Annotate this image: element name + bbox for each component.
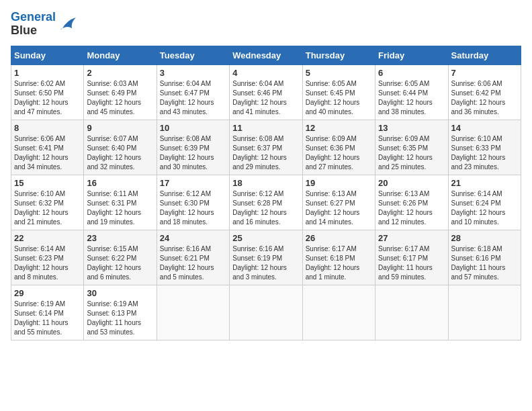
cell-week2-day1: 8Sunrise: 6:06 AM Sunset: 6:41 PM Daylig… [11,120,84,175]
header-friday: Friday [375,46,448,64]
cell-week2-day4: 11Sunrise: 6:08 AM Sunset: 6:37 PM Dayli… [230,120,302,175]
day-info: Sunrise: 6:09 AM Sunset: 6:36 PM Dayligh… [306,134,372,172]
cell-week4-day1: 22Sunrise: 6:14 AM Sunset: 6:23 PM Dayli… [11,230,84,285]
day-number: 1 [14,68,81,78]
week-row-2: 8Sunrise: 6:06 AM Sunset: 6:41 PM Daylig… [11,120,521,175]
day-info: Sunrise: 6:16 AM Sunset: 6:19 PM Dayligh… [232,244,299,282]
cell-week1-day7: 7Sunrise: 6:06 AM Sunset: 6:42 PM Daylig… [448,64,521,120]
cell-week5-day3 [157,285,229,340]
day-info: Sunrise: 6:02 AM Sunset: 6:50 PM Dayligh… [14,79,81,117]
cell-week1-day5: 5Sunrise: 6:05 AM Sunset: 6:45 PM Daylig… [302,64,375,120]
day-number: 27 [378,233,445,243]
header-sunday: Sunday [11,46,84,64]
logo-text: GeneralBlue [11,11,56,38]
cell-week4-day7: 28Sunrise: 6:18 AM Sunset: 6:16 PM Dayli… [448,230,521,285]
cell-week3-day2: 16Sunrise: 6:11 AM Sunset: 6:31 PM Dayli… [84,175,157,230]
calendar-body: 1Sunrise: 6:02 AM Sunset: 6:50 PM Daylig… [11,64,521,340]
cell-week5-day7 [448,285,521,340]
day-number: 15 [14,178,81,188]
cell-week5-day5 [302,285,375,340]
cell-week5-day4 [230,285,302,340]
cell-week5-day1: 29Sunrise: 6:19 AM Sunset: 6:14 PM Dayli… [11,285,84,340]
cell-week2-day6: 13Sunrise: 6:09 AM Sunset: 6:35 PM Dayli… [375,120,448,175]
day-info: Sunrise: 6:19 AM Sunset: 6:14 PM Dayligh… [14,300,81,337]
day-number: 13 [378,123,445,133]
week-row-4: 22Sunrise: 6:14 AM Sunset: 6:23 PM Dayli… [11,230,521,285]
day-info: Sunrise: 6:12 AM Sunset: 6:30 PM Dayligh… [160,189,226,227]
day-info: Sunrise: 6:10 AM Sunset: 6:32 PM Dayligh… [14,189,81,227]
calendar-table: Sunday Monday Tuesday Wednesday Thursday… [11,46,521,340]
cell-week3-day1: 15Sunrise: 6:10 AM Sunset: 6:32 PM Dayli… [11,175,84,230]
day-info: Sunrise: 6:17 AM Sunset: 6:18 PM Dayligh… [306,244,372,282]
day-number: 8 [14,123,81,133]
day-info: Sunrise: 6:15 AM Sunset: 6:22 PM Dayligh… [87,244,153,282]
day-number: 28 [451,233,518,243]
cell-week4-day4: 25Sunrise: 6:16 AM Sunset: 6:19 PM Dayli… [230,230,302,285]
day-number: 22 [14,233,81,243]
cell-week2-day7: 14Sunrise: 6:10 AM Sunset: 6:33 PM Dayli… [448,120,521,175]
day-info: Sunrise: 6:11 AM Sunset: 6:31 PM Dayligh… [87,189,153,227]
day-number: 30 [87,288,153,298]
cell-week5-day2: 30Sunrise: 6:19 AM Sunset: 6:13 PM Dayli… [84,285,157,340]
day-info: Sunrise: 6:06 AM Sunset: 6:42 PM Dayligh… [451,79,518,117]
day-number: 26 [306,233,372,243]
day-info: Sunrise: 6:03 AM Sunset: 6:49 PM Dayligh… [87,79,153,117]
day-info: Sunrise: 6:12 AM Sunset: 6:28 PM Dayligh… [232,189,299,227]
day-info: Sunrise: 6:04 AM Sunset: 6:47 PM Dayligh… [160,79,226,117]
logo: GeneralBlue [11,11,77,38]
cell-week1-day1: 1Sunrise: 6:02 AM Sunset: 6:50 PM Daylig… [11,64,84,120]
day-number: 2 [87,68,153,78]
day-number: 25 [232,233,299,243]
cell-week3-day7: 21Sunrise: 6:14 AM Sunset: 6:24 PM Dayli… [448,175,521,230]
header-saturday: Saturday [448,46,521,64]
cell-week1-day6: 6Sunrise: 6:05 AM Sunset: 6:44 PM Daylig… [375,64,448,120]
day-info: Sunrise: 6:05 AM Sunset: 6:44 PM Dayligh… [378,79,445,117]
cell-week4-day5: 26Sunrise: 6:17 AM Sunset: 6:18 PM Dayli… [302,230,375,285]
day-number: 5 [306,68,372,78]
header-monday: Monday [84,46,157,64]
day-info: Sunrise: 6:18 AM Sunset: 6:16 PM Dayligh… [451,244,518,282]
cell-week3-day3: 17Sunrise: 6:12 AM Sunset: 6:30 PM Dayli… [157,175,229,230]
cell-week5-day6 [375,285,448,340]
cell-week4-day2: 23Sunrise: 6:15 AM Sunset: 6:22 PM Dayli… [84,230,157,285]
day-info: Sunrise: 6:10 AM Sunset: 6:33 PM Dayligh… [451,134,518,172]
logo-bird-icon [57,15,77,34]
day-info: Sunrise: 6:14 AM Sunset: 6:23 PM Dayligh… [14,244,81,282]
day-info: Sunrise: 6:08 AM Sunset: 6:37 PM Dayligh… [232,134,299,172]
cell-week4-day6: 27Sunrise: 6:17 AM Sunset: 6:17 PM Dayli… [375,230,448,285]
header-tuesday: Tuesday [157,46,229,64]
week-row-3: 15Sunrise: 6:10 AM Sunset: 6:32 PM Dayli… [11,175,521,230]
day-number: 16 [87,178,153,188]
header-thursday: Thursday [302,46,375,64]
days-header-row: Sunday Monday Tuesday Wednesday Thursday… [11,46,521,64]
day-info: Sunrise: 6:08 AM Sunset: 6:39 PM Dayligh… [160,134,226,172]
day-info: Sunrise: 6:17 AM Sunset: 6:17 PM Dayligh… [378,244,445,282]
day-info: Sunrise: 6:04 AM Sunset: 6:46 PM Dayligh… [232,79,299,117]
week-row-1: 1Sunrise: 6:02 AM Sunset: 6:50 PM Daylig… [11,64,521,120]
cell-week2-day3: 10Sunrise: 6:08 AM Sunset: 6:39 PM Dayli… [157,120,229,175]
day-number: 19 [306,178,372,188]
cell-week3-day4: 18Sunrise: 6:12 AM Sunset: 6:28 PM Dayli… [230,175,302,230]
cell-week1-day2: 2Sunrise: 6:03 AM Sunset: 6:49 PM Daylig… [84,64,157,120]
day-number: 20 [378,178,445,188]
cell-week3-day5: 19Sunrise: 6:13 AM Sunset: 6:27 PM Dayli… [302,175,375,230]
day-info: Sunrise: 6:13 AM Sunset: 6:27 PM Dayligh… [306,189,372,227]
day-info: Sunrise: 6:13 AM Sunset: 6:26 PM Dayligh… [378,189,445,227]
day-number: 6 [378,68,445,78]
cell-week3-day6: 20Sunrise: 6:13 AM Sunset: 6:26 PM Dayli… [375,175,448,230]
day-number: 12 [306,123,372,133]
day-number: 24 [160,233,226,243]
day-info: Sunrise: 6:09 AM Sunset: 6:35 PM Dayligh… [378,134,445,172]
day-number: 4 [232,68,299,78]
day-info: Sunrise: 6:14 AM Sunset: 6:24 PM Dayligh… [451,189,518,227]
day-number: 10 [160,123,226,133]
day-number: 23 [87,233,153,243]
day-info: Sunrise: 6:07 AM Sunset: 6:40 PM Dayligh… [87,134,153,172]
day-number: 17 [160,178,226,188]
cell-week4-day3: 24Sunrise: 6:16 AM Sunset: 6:21 PM Dayli… [157,230,229,285]
day-number: 14 [451,123,518,133]
day-info: Sunrise: 6:06 AM Sunset: 6:41 PM Dayligh… [14,134,81,172]
day-number: 21 [451,178,518,188]
week-row-5: 29Sunrise: 6:19 AM Sunset: 6:14 PM Dayli… [11,285,521,340]
header-wednesday: Wednesday [230,46,302,64]
